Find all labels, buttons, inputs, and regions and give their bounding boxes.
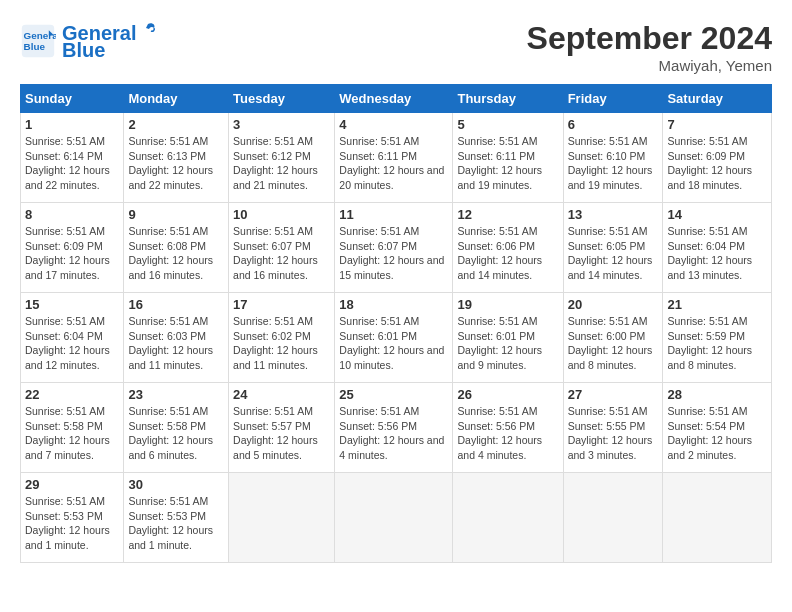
calendar-cell: 6 Sunrise: 5:51 AM Sunset: 6:10 PM Dayli… xyxy=(563,113,663,203)
calendar-cell: 14 Sunrise: 5:51 AM Sunset: 6:04 PM Dayl… xyxy=(663,203,772,293)
day-number: 26 xyxy=(457,387,558,402)
calendar-cell: 29 Sunrise: 5:51 AM Sunset: 5:53 PM Dayl… xyxy=(21,473,124,563)
calendar-table: SundayMondayTuesdayWednesdayThursdayFrid… xyxy=(20,84,772,563)
day-info: Sunrise: 5:51 AM Sunset: 5:53 PM Dayligh… xyxy=(128,494,224,553)
day-info: Sunrise: 5:51 AM Sunset: 5:57 PM Dayligh… xyxy=(233,404,330,463)
day-number: 1 xyxy=(25,117,119,132)
calendar-cell xyxy=(335,473,453,563)
day-info: Sunrise: 5:51 AM Sunset: 6:08 PM Dayligh… xyxy=(128,224,224,283)
calendar-cell: 23 Sunrise: 5:51 AM Sunset: 5:58 PM Dayl… xyxy=(124,383,229,473)
day-info: Sunrise: 5:51 AM Sunset: 5:58 PM Dayligh… xyxy=(128,404,224,463)
logo-icon: General Blue xyxy=(20,23,56,59)
calendar-cell: 30 Sunrise: 5:51 AM Sunset: 5:53 PM Dayl… xyxy=(124,473,229,563)
day-number: 8 xyxy=(25,207,119,222)
day-info: Sunrise: 5:51 AM Sunset: 6:07 PM Dayligh… xyxy=(339,224,448,283)
calendar-cell xyxy=(663,473,772,563)
day-number: 20 xyxy=(568,297,659,312)
day-number: 30 xyxy=(128,477,224,492)
calendar-cell xyxy=(229,473,335,563)
day-number: 19 xyxy=(457,297,558,312)
day-info: Sunrise: 5:51 AM Sunset: 5:56 PM Dayligh… xyxy=(457,404,558,463)
day-number: 12 xyxy=(457,207,558,222)
calendar-cell: 28 Sunrise: 5:51 AM Sunset: 5:54 PM Dayl… xyxy=(663,383,772,473)
calendar-cell: 12 Sunrise: 5:51 AM Sunset: 6:06 PM Dayl… xyxy=(453,203,563,293)
logo: General Blue General Blue xyxy=(20,20,158,62)
calendar-cell: 16 Sunrise: 5:51 AM Sunset: 6:03 PM Dayl… xyxy=(124,293,229,383)
day-info: Sunrise: 5:51 AM Sunset: 5:55 PM Dayligh… xyxy=(568,404,659,463)
calendar-cell xyxy=(563,473,663,563)
day-info: Sunrise: 5:51 AM Sunset: 6:13 PM Dayligh… xyxy=(128,134,224,193)
col-header-wednesday: Wednesday xyxy=(335,85,453,113)
calendar-cell: 19 Sunrise: 5:51 AM Sunset: 6:01 PM Dayl… xyxy=(453,293,563,383)
location: Mawiyah, Yemen xyxy=(527,57,772,74)
day-number: 22 xyxy=(25,387,119,402)
calendar-week-row: 1 Sunrise: 5:51 AM Sunset: 6:14 PM Dayli… xyxy=(21,113,772,203)
day-info: Sunrise: 5:51 AM Sunset: 6:04 PM Dayligh… xyxy=(25,314,119,373)
day-info: Sunrise: 5:51 AM Sunset: 6:03 PM Dayligh… xyxy=(128,314,224,373)
calendar-cell: 13 Sunrise: 5:51 AM Sunset: 6:05 PM Dayl… xyxy=(563,203,663,293)
day-info: Sunrise: 5:51 AM Sunset: 6:04 PM Dayligh… xyxy=(667,224,767,283)
col-header-sunday: Sunday xyxy=(21,85,124,113)
day-number: 14 xyxy=(667,207,767,222)
day-number: 25 xyxy=(339,387,448,402)
day-info: Sunrise: 5:51 AM Sunset: 6:12 PM Dayligh… xyxy=(233,134,330,193)
calendar-week-row: 22 Sunrise: 5:51 AM Sunset: 5:58 PM Dayl… xyxy=(21,383,772,473)
day-number: 2 xyxy=(128,117,224,132)
day-number: 9 xyxy=(128,207,224,222)
month-title: September 2024 xyxy=(527,20,772,57)
day-number: 13 xyxy=(568,207,659,222)
day-number: 7 xyxy=(667,117,767,132)
svg-text:Blue: Blue xyxy=(24,41,46,52)
calendar-cell: 8 Sunrise: 5:51 AM Sunset: 6:09 PM Dayli… xyxy=(21,203,124,293)
col-header-friday: Friday xyxy=(563,85,663,113)
calendar-week-row: 8 Sunrise: 5:51 AM Sunset: 6:09 PM Dayli… xyxy=(21,203,772,293)
day-info: Sunrise: 5:51 AM Sunset: 6:09 PM Dayligh… xyxy=(667,134,767,193)
calendar-cell: 26 Sunrise: 5:51 AM Sunset: 5:56 PM Dayl… xyxy=(453,383,563,473)
title-block: September 2024 Mawiyah, Yemen xyxy=(527,20,772,74)
day-info: Sunrise: 5:51 AM Sunset: 6:00 PM Dayligh… xyxy=(568,314,659,373)
day-number: 11 xyxy=(339,207,448,222)
calendar-cell: 20 Sunrise: 5:51 AM Sunset: 6:00 PM Dayl… xyxy=(563,293,663,383)
day-number: 15 xyxy=(25,297,119,312)
calendar-cell: 4 Sunrise: 5:51 AM Sunset: 6:11 PM Dayli… xyxy=(335,113,453,203)
calendar-cell: 25 Sunrise: 5:51 AM Sunset: 5:56 PM Dayl… xyxy=(335,383,453,473)
day-number: 10 xyxy=(233,207,330,222)
day-info: Sunrise: 5:51 AM Sunset: 5:59 PM Dayligh… xyxy=(667,314,767,373)
page-header: General Blue General Blue September 2024… xyxy=(20,20,772,74)
day-info: Sunrise: 5:51 AM Sunset: 6:07 PM Dayligh… xyxy=(233,224,330,283)
calendar-week-row: 29 Sunrise: 5:51 AM Sunset: 5:53 PM Dayl… xyxy=(21,473,772,563)
calendar-cell: 11 Sunrise: 5:51 AM Sunset: 6:07 PM Dayl… xyxy=(335,203,453,293)
day-info: Sunrise: 5:51 AM Sunset: 6:06 PM Dayligh… xyxy=(457,224,558,283)
calendar-cell: 27 Sunrise: 5:51 AM Sunset: 5:55 PM Dayl… xyxy=(563,383,663,473)
day-info: Sunrise: 5:51 AM Sunset: 6:11 PM Dayligh… xyxy=(339,134,448,193)
calendar-cell: 3 Sunrise: 5:51 AM Sunset: 6:12 PM Dayli… xyxy=(229,113,335,203)
day-info: Sunrise: 5:51 AM Sunset: 6:11 PM Dayligh… xyxy=(457,134,558,193)
svg-text:General: General xyxy=(24,30,56,41)
day-number: 18 xyxy=(339,297,448,312)
calendar-cell: 2 Sunrise: 5:51 AM Sunset: 6:13 PM Dayli… xyxy=(124,113,229,203)
day-number: 21 xyxy=(667,297,767,312)
day-number: 5 xyxy=(457,117,558,132)
calendar-cell xyxy=(453,473,563,563)
day-number: 4 xyxy=(339,117,448,132)
col-header-monday: Monday xyxy=(124,85,229,113)
calendar-cell: 24 Sunrise: 5:51 AM Sunset: 5:57 PM Dayl… xyxy=(229,383,335,473)
day-info: Sunrise: 5:51 AM Sunset: 6:05 PM Dayligh… xyxy=(568,224,659,283)
calendar-week-row: 15 Sunrise: 5:51 AM Sunset: 6:04 PM Dayl… xyxy=(21,293,772,383)
day-number: 23 xyxy=(128,387,224,402)
col-header-tuesday: Tuesday xyxy=(229,85,335,113)
day-info: Sunrise: 5:51 AM Sunset: 6:01 PM Dayligh… xyxy=(339,314,448,373)
day-info: Sunrise: 5:51 AM Sunset: 5:56 PM Dayligh… xyxy=(339,404,448,463)
day-number: 24 xyxy=(233,387,330,402)
day-number: 28 xyxy=(667,387,767,402)
day-number: 29 xyxy=(25,477,119,492)
day-number: 6 xyxy=(568,117,659,132)
calendar-cell: 17 Sunrise: 5:51 AM Sunset: 6:02 PM Dayl… xyxy=(229,293,335,383)
calendar-cell: 1 Sunrise: 5:51 AM Sunset: 6:14 PM Dayli… xyxy=(21,113,124,203)
col-header-saturday: Saturday xyxy=(663,85,772,113)
calendar-cell: 15 Sunrise: 5:51 AM Sunset: 6:04 PM Dayl… xyxy=(21,293,124,383)
logo-bird-icon xyxy=(138,20,158,40)
day-number: 16 xyxy=(128,297,224,312)
day-info: Sunrise: 5:51 AM Sunset: 5:53 PM Dayligh… xyxy=(25,494,119,553)
day-info: Sunrise: 5:51 AM Sunset: 6:09 PM Dayligh… xyxy=(25,224,119,283)
